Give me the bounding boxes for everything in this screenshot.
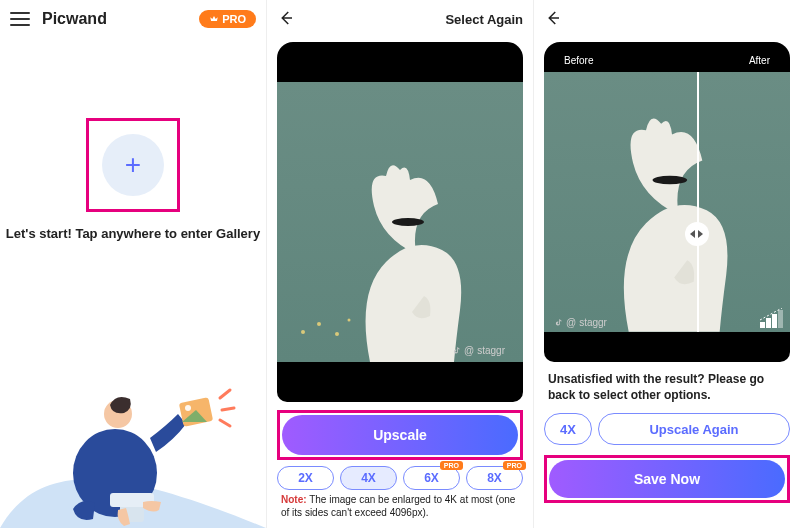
- tiktok-icon: [452, 346, 461, 355]
- upscale-button-highlight: Upscale: [277, 410, 523, 460]
- pro-badge[interactable]: PRO: [199, 10, 256, 28]
- svg-rect-15: [772, 314, 777, 328]
- tiktok-icon: [554, 318, 563, 327]
- upscale-note: Note: The image can be enlarged to 4K at…: [281, 494, 519, 519]
- scale-options: 2X 4X 6XPRO 8XPRO: [277, 466, 523, 490]
- menu-icon[interactable]: [10, 12, 30, 26]
- scale-2x[interactable]: 2X: [277, 466, 334, 490]
- save-button-highlight: Save Now: [544, 455, 790, 503]
- back-button[interactable]: [277, 9, 295, 30]
- image-specks: [297, 312, 357, 342]
- compare-slider-handle[interactable]: [685, 222, 709, 246]
- upscale-button[interactable]: Upscale: [282, 415, 518, 455]
- svg-point-8: [301, 330, 305, 334]
- pro-label: PRO: [222, 13, 246, 25]
- svg-point-7: [392, 218, 424, 226]
- before-pill: Before: [554, 52, 603, 69]
- quality-indicator-icon: [760, 308, 784, 328]
- scale-8x[interactable]: 8XPRO: [466, 466, 523, 490]
- save-now-button[interactable]: Save Now: [549, 460, 785, 498]
- unsatisfied-text: Unsatisfied with the result? Please go b…: [548, 372, 786, 403]
- back-button[interactable]: [544, 9, 562, 30]
- svg-rect-14: [766, 318, 771, 328]
- svg-point-9: [317, 322, 321, 326]
- pro-mini-badge: PRO: [440, 461, 463, 470]
- scale-chip-4x[interactable]: 4X: [544, 413, 592, 445]
- add-circle: +: [102, 134, 164, 196]
- pro-mini-badge: PRO: [503, 461, 526, 470]
- plus-icon: +: [125, 149, 141, 181]
- crown-icon: [209, 14, 219, 24]
- image-credit: @staggr: [554, 317, 607, 328]
- start-prompt[interactable]: Let's start! Tap anywhere to enter Galle…: [0, 226, 266, 241]
- scale-4x[interactable]: 4X: [340, 466, 397, 490]
- svg-point-12: [652, 176, 687, 185]
- back-arrow-icon: [544, 9, 562, 27]
- svg-rect-13: [760, 322, 765, 328]
- compare-image[interactable]: Before After @staggr: [544, 42, 790, 362]
- svg-point-10: [335, 332, 339, 336]
- svg-point-11: [348, 319, 351, 322]
- preview-image: @staggr: [277, 42, 523, 402]
- add-image-button[interactable]: +: [86, 118, 180, 212]
- onboarding-illustration: [0, 358, 266, 528]
- image-subject: [607, 115, 737, 332]
- after-pill: After: [739, 52, 780, 69]
- back-arrow-icon: [277, 9, 295, 27]
- select-again-link[interactable]: Select Again: [445, 12, 523, 27]
- svg-point-3: [185, 405, 191, 411]
- app-title: Picwand: [42, 10, 187, 28]
- upscale-again-button[interactable]: Upscale Again: [598, 413, 790, 445]
- scale-6x[interactable]: 6XPRO: [403, 466, 460, 490]
- svg-rect-16: [778, 310, 783, 328]
- compare-divider: [697, 72, 699, 332]
- image-subject: [350, 162, 470, 362]
- image-credit: @staggr: [452, 345, 505, 356]
